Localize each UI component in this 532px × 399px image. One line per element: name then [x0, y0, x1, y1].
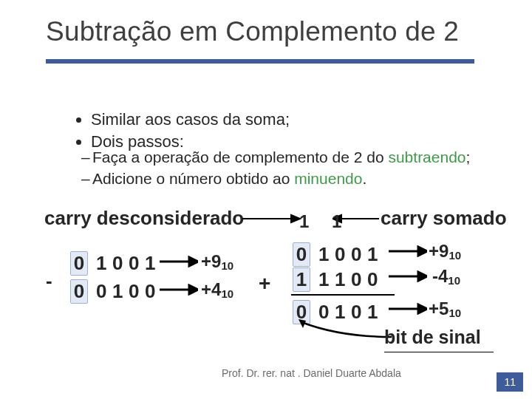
arrow-right-val-2: [389, 270, 427, 282]
sign-bit-label: bit de sinal: [384, 327, 481, 348]
slide-title: Subtração em Complemento de 2: [46, 16, 459, 47]
carry-bits: 1 1: [299, 211, 350, 232]
right-value-2: -410: [432, 266, 460, 287]
plus-sign: +: [259, 272, 270, 296]
left-row-1: 0 1001: [70, 251, 158, 276]
carry-right-label: carry somado: [381, 207, 507, 230]
left-value-2: +410: [201, 279, 233, 300]
arrow-left-val-2: [160, 284, 198, 296]
arrow-left-val-1: [160, 256, 198, 267]
svg-marker-5: [189, 257, 198, 266]
svg-marker-11: [418, 272, 427, 281]
svg-marker-7: [189, 285, 198, 294]
arrow-right-val-1: [389, 245, 427, 257]
right-value-3: +510: [429, 299, 461, 319]
sum-rule: [291, 294, 395, 296]
sign-bit-underline: [384, 352, 494, 352]
carry-left-label: carry desconsiderado: [44, 207, 244, 230]
sub-bullet-1: –Faça a operação de complemento de 2 do …: [81, 147, 470, 168]
bullet-1: Similar aos casos da soma;: [91, 109, 290, 131]
page-number: 11: [497, 372, 523, 392]
svg-marker-9: [418, 247, 427, 256]
footer-author: Prof. Dr. rer. nat . Daniel Duarte Abdal…: [222, 367, 401, 379]
left-value-1: +910: [201, 251, 233, 272]
right-row-2: 1 1100: [293, 267, 381, 292]
left-row-2: 0 0100: [70, 279, 158, 304]
right-value-1: +910: [429, 241, 461, 262]
arrow-right-val-3: [389, 303, 427, 315]
arrow-carry-left: [242, 213, 301, 226]
right-row-1: 0 1001: [293, 242, 381, 267]
svg-marker-13: [418, 304, 427, 313]
sub-bullets: –Faça a operação de complemento de 2 do …: [81, 146, 470, 191]
minus-sign: -: [46, 270, 52, 293]
title-rule: [46, 59, 474, 70]
sub-bullet-2: –Adicione o número obtido ao minuendo.: [81, 168, 470, 189]
